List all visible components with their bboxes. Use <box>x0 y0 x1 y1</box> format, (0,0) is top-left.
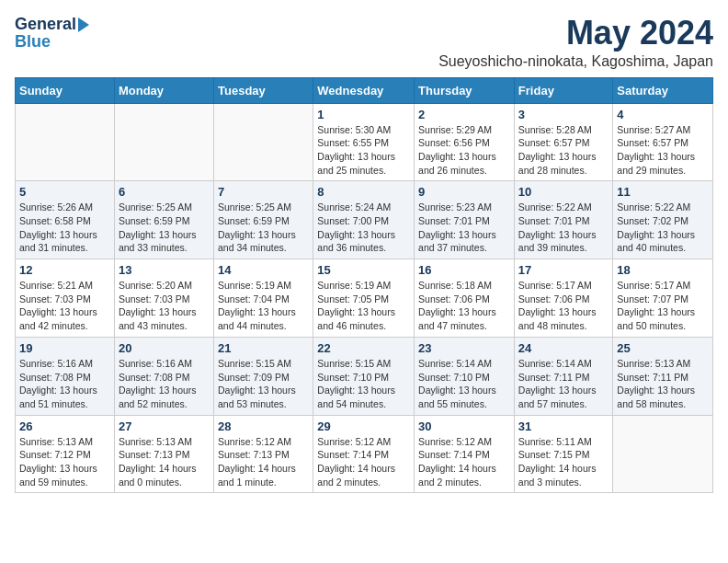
calendar-cell: 5Sunrise: 5:26 AMSunset: 6:58 PMDaylight… <box>16 181 115 259</box>
day-number: 2 <box>418 108 510 121</box>
calendar-cell: 14Sunrise: 5:19 AMSunset: 7:04 PMDayligh… <box>214 259 313 338</box>
day-info: Sunrise: 5:22 AMSunset: 7:02 PMDaylight:… <box>617 201 709 255</box>
day-number: 22 <box>317 341 410 355</box>
day-info: Sunrise: 5:20 AMSunset: 7:03 PMDaylight:… <box>119 279 210 333</box>
calendar-week-row: 19Sunrise: 5:16 AMSunset: 7:08 PMDayligh… <box>16 337 713 415</box>
day-number: 16 <box>418 263 510 277</box>
day-info: Sunrise: 5:25 AMSunset: 6:59 PMDaylight:… <box>119 201 210 255</box>
calendar-week-row: 12Sunrise: 5:21 AMSunset: 7:03 PMDayligh… <box>16 259 713 338</box>
day-number: 9 <box>418 185 510 199</box>
day-number: 4 <box>617 108 709 121</box>
day-info: Sunrise: 5:17 AMSunset: 7:06 PMDaylight:… <box>518 279 609 333</box>
calendar-cell: 1Sunrise: 5:30 AMSunset: 6:55 PMDaylight… <box>313 103 415 181</box>
day-info: Sunrise: 5:14 AMSunset: 7:10 PMDaylight:… <box>418 357 510 411</box>
calendar-cell <box>16 103 115 181</box>
day-number: 11 <box>617 185 709 199</box>
day-number: 31 <box>518 419 609 433</box>
logo-blue-text: Blue <box>15 32 51 52</box>
calendar-cell: 2Sunrise: 5:29 AMSunset: 6:56 PMDaylight… <box>415 103 515 181</box>
day-number: 19 <box>19 341 110 355</box>
logo-text: General <box>15 15 89 34</box>
day-number: 15 <box>317 263 410 277</box>
day-number: 6 <box>119 185 210 199</box>
calendar-cell: 31Sunrise: 5:11 AMSunset: 7:15 PMDayligh… <box>514 415 613 493</box>
day-info: Sunrise: 5:14 AMSunset: 7:11 PMDaylight:… <box>518 357 609 411</box>
day-number: 7 <box>218 185 309 199</box>
day-info: Sunrise: 5:15 AMSunset: 7:09 PMDaylight:… <box>218 357 309 411</box>
calendar-cell: 30Sunrise: 5:12 AMSunset: 7:14 PMDayligh… <box>415 415 515 493</box>
calendar-cell: 12Sunrise: 5:21 AMSunset: 7:03 PMDayligh… <box>16 259 115 338</box>
day-info: Sunrise: 5:13 AMSunset: 7:13 PMDaylight:… <box>119 435 210 489</box>
calendar-cell: 23Sunrise: 5:14 AMSunset: 7:10 PMDayligh… <box>415 337 515 415</box>
day-info: Sunrise: 5:29 AMSunset: 6:56 PMDaylight:… <box>418 123 510 178</box>
day-number: 23 <box>418 341 510 355</box>
calendar-cell: 19Sunrise: 5:16 AMSunset: 7:08 PMDayligh… <box>16 337 115 415</box>
calendar-cell: 9Sunrise: 5:23 AMSunset: 7:01 PMDaylight… <box>415 181 515 259</box>
logo-arrow-icon <box>78 17 89 32</box>
calendar-cell: 18Sunrise: 5:17 AMSunset: 7:07 PMDayligh… <box>613 259 713 338</box>
day-info: Sunrise: 5:21 AMSunset: 7:03 PMDaylight:… <box>19 279 110 333</box>
calendar-cell: 15Sunrise: 5:19 AMSunset: 7:05 PMDayligh… <box>313 259 415 338</box>
day-number: 30 <box>418 419 510 433</box>
day-number: 1 <box>317 108 410 121</box>
day-number: 17 <box>518 263 609 277</box>
calendar-header-row: SundayMondayTuesdayWednesdayThursdayFrid… <box>16 77 713 103</box>
month-title: May 2024 <box>438 15 713 52</box>
location-title: Sueyoshicho-ninokata, Kagoshima, Japan <box>438 53 713 70</box>
day-number: 10 <box>518 185 609 199</box>
day-info: Sunrise: 5:16 AMSunset: 7:08 PMDaylight:… <box>119 357 210 411</box>
calendar-table: SundayMondayTuesdayWednesdayThursdayFrid… <box>15 77 713 494</box>
calendar-cell: 22Sunrise: 5:15 AMSunset: 7:10 PMDayligh… <box>313 337 415 415</box>
day-number: 5 <box>19 185 110 199</box>
day-info: Sunrise: 5:12 AMSunset: 7:13 PMDaylight:… <box>218 435 309 489</box>
day-info: Sunrise: 5:19 AMSunset: 7:04 PMDaylight:… <box>218 279 309 333</box>
day-number: 21 <box>218 341 309 355</box>
day-info: Sunrise: 5:24 AMSunset: 7:00 PMDaylight:… <box>317 201 410 255</box>
calendar-cell: 7Sunrise: 5:25 AMSunset: 6:59 PMDaylight… <box>214 181 313 259</box>
day-info: Sunrise: 5:18 AMSunset: 7:06 PMDaylight:… <box>418 279 510 333</box>
calendar-cell: 13Sunrise: 5:20 AMSunset: 7:03 PMDayligh… <box>114 259 213 338</box>
calendar-cell <box>214 103 313 181</box>
day-info: Sunrise: 5:23 AMSunset: 7:01 PMDaylight:… <box>418 201 510 255</box>
day-number: 24 <box>518 341 609 355</box>
day-of-week-header: Thursday <box>415 77 515 103</box>
day-number: 8 <box>317 185 410 199</box>
day-info: Sunrise: 5:11 AMSunset: 7:15 PMDaylight:… <box>518 435 609 489</box>
calendar-cell: 21Sunrise: 5:15 AMSunset: 7:09 PMDayligh… <box>214 337 313 415</box>
calendar-cell: 10Sunrise: 5:22 AMSunset: 7:01 PMDayligh… <box>514 181 613 259</box>
day-info: Sunrise: 5:30 AMSunset: 6:55 PMDaylight:… <box>317 123 410 178</box>
day-number: 13 <box>119 263 210 277</box>
day-info: Sunrise: 5:12 AMSunset: 7:14 PMDaylight:… <box>317 435 410 489</box>
day-number: 20 <box>119 341 210 355</box>
calendar-cell: 11Sunrise: 5:22 AMSunset: 7:02 PMDayligh… <box>613 181 713 259</box>
header: General Blue May 2024 Sueyoshicho-ninoka… <box>15 15 713 70</box>
calendar-cell: 26Sunrise: 5:13 AMSunset: 7:12 PMDayligh… <box>16 415 115 493</box>
day-of-week-header: Monday <box>114 77 213 103</box>
day-of-week-header: Wednesday <box>313 77 415 103</box>
day-info: Sunrise: 5:17 AMSunset: 7:07 PMDaylight:… <box>617 279 709 333</box>
day-info: Sunrise: 5:27 AMSunset: 6:57 PMDaylight:… <box>617 123 709 178</box>
calendar-cell: 24Sunrise: 5:14 AMSunset: 7:11 PMDayligh… <box>514 337 613 415</box>
day-number: 3 <box>518 108 609 121</box>
day-of-week-header: Saturday <box>613 77 713 103</box>
logo-general: General <box>15 15 76 34</box>
calendar-cell: 3Sunrise: 5:28 AMSunset: 6:57 PMDaylight… <box>514 103 613 181</box>
calendar-cell: 29Sunrise: 5:12 AMSunset: 7:14 PMDayligh… <box>313 415 415 493</box>
day-info: Sunrise: 5:19 AMSunset: 7:05 PMDaylight:… <box>317 279 410 333</box>
calendar-cell: 16Sunrise: 5:18 AMSunset: 7:06 PMDayligh… <box>415 259 515 338</box>
day-number: 12 <box>19 263 110 277</box>
day-number: 18 <box>617 263 709 277</box>
calendar-cell: 20Sunrise: 5:16 AMSunset: 7:08 PMDayligh… <box>114 337 213 415</box>
calendar-week-row: 26Sunrise: 5:13 AMSunset: 7:12 PMDayligh… <box>16 415 713 493</box>
day-number: 26 <box>19 419 110 433</box>
day-number: 14 <box>218 263 309 277</box>
calendar-cell: 6Sunrise: 5:25 AMSunset: 6:59 PMDaylight… <box>114 181 213 259</box>
day-of-week-header: Sunday <box>16 77 115 103</box>
day-number: 25 <box>617 341 709 355</box>
day-of-week-header: Friday <box>514 77 613 103</box>
day-info: Sunrise: 5:13 AMSunset: 7:12 PMDaylight:… <box>19 435 110 489</box>
calendar-week-row: 1Sunrise: 5:30 AMSunset: 6:55 PMDaylight… <box>16 103 713 181</box>
calendar-cell: 4Sunrise: 5:27 AMSunset: 6:57 PMDaylight… <box>613 103 713 181</box>
day-info: Sunrise: 5:16 AMSunset: 7:08 PMDaylight:… <box>19 357 110 411</box>
logo: General Blue <box>15 15 89 52</box>
